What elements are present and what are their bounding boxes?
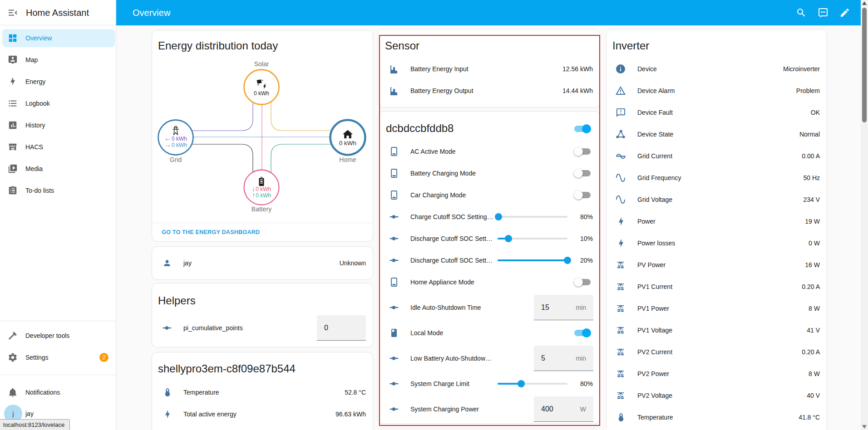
svg-text:HACS: HACS [10,148,15,151]
